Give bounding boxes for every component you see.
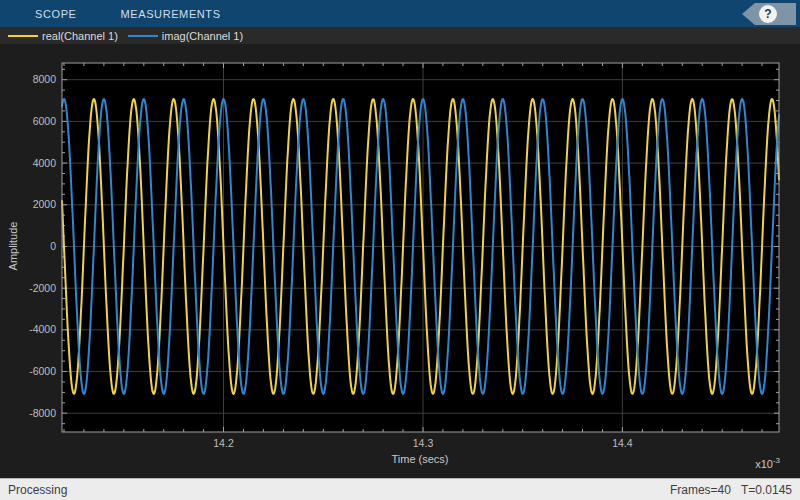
legend-bar: real(Channel 1) imag(Channel 1)	[0, 28, 800, 44]
y-tick-label: -2000	[29, 282, 56, 294]
y-tick-label: 6000	[33, 115, 57, 127]
status-bar: Processing Frames=40 T=0.0145	[0, 478, 800, 500]
legend-item-imag[interactable]: imag(Channel 1)	[128, 30, 243, 42]
y-tick-label: 4000	[33, 157, 57, 169]
y-tick-label: -4000	[29, 323, 56, 335]
x-tick-label: 14.3	[413, 437, 434, 449]
y-tick-label: -8000	[29, 407, 56, 419]
x-tick-label: 14.4	[612, 437, 633, 449]
legend-label-real: real(Channel 1)	[42, 30, 118, 42]
y-tick-label: 2000	[33, 198, 57, 210]
y-tick-label: 8000	[33, 73, 57, 85]
real-line-swatch	[8, 35, 38, 37]
toolstrip-tabs: SCOPE MEASUREMENTS	[0, 0, 800, 27]
legend-label-imag: imag(Channel 1)	[162, 30, 243, 42]
tab-measurements[interactable]: MEASUREMENTS	[121, 0, 221, 28]
waveform-plot: 80006000400020000-2000-4000-6000-800014.…	[0, 44, 800, 478]
tab-scope[interactable]: SCOPE	[35, 0, 77, 28]
imag-line-swatch	[128, 35, 158, 37]
y-tick-label: 0	[50, 240, 56, 252]
scope-title-bar: SCOPE MEASUREMENTS ?	[0, 0, 800, 28]
x-axis-multiplier: x10-3	[755, 456, 780, 470]
x-tick-label: 14.2	[213, 437, 234, 449]
status-message: Processing	[8, 483, 67, 497]
help-icon[interactable]: ?	[759, 5, 777, 23]
y-tick-label: -6000	[29, 365, 56, 377]
scope-figure: 80006000400020000-2000-4000-6000-800014.…	[0, 44, 800, 478]
status-time: T=0.0145	[741, 483, 792, 497]
x-axis-label: Time (secs)	[391, 453, 448, 465]
status-frames: Frames=40	[670, 483, 731, 497]
y-axis-label: Amplitude	[7, 222, 19, 271]
legend-item-real[interactable]: real(Channel 1)	[8, 30, 118, 42]
